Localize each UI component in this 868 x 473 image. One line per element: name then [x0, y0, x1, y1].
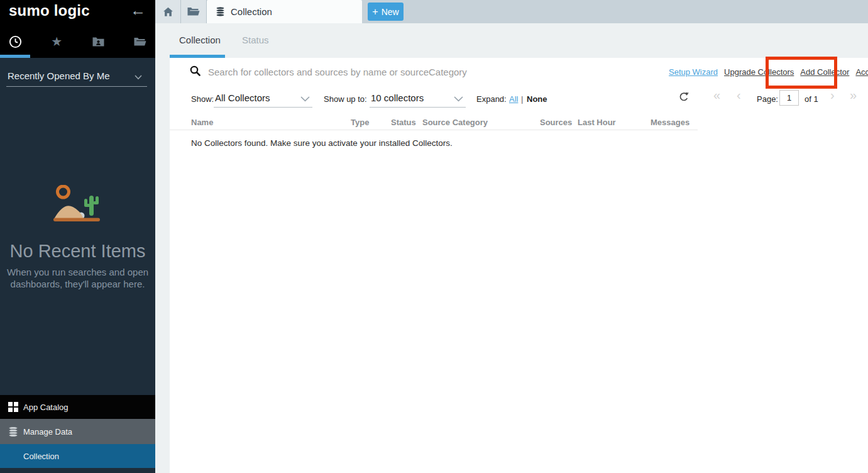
sidebar-item-label: Manage Data	[23, 427, 72, 437]
tab-label: Collection	[231, 6, 272, 17]
main-area: Collection + New Collection Status Setup…	[155, 0, 868, 473]
last-page-icon[interactable]: »	[850, 89, 857, 101]
sumo-logic-logo: sumo logic	[9, 2, 90, 19]
page-label: Page:	[757, 94, 778, 104]
tab-strip: Collection + New	[155, 0, 868, 23]
library-tab[interactable]	[132, 33, 148, 50]
show-up-to-underline	[370, 107, 466, 108]
no-recent-items-subtext: When you run searches and open dashboard…	[0, 266, 155, 290]
page-number-input[interactable]	[779, 90, 799, 106]
column-header-source-category[interactable]: Source Category	[422, 118, 488, 127]
shared-folders-tab[interactable]	[91, 33, 107, 50]
setup-wizard-link[interactable]: Setup Wizard	[669, 67, 718, 77]
library-button[interactable]	[181, 0, 207, 23]
new-button-label: New	[382, 7, 399, 17]
sidebar-item-label: App Catalog	[23, 403, 69, 412]
column-header-type[interactable]: Type	[351, 118, 369, 127]
subtab-collection[interactable]: Collection	[179, 35, 221, 45]
search-input[interactable]	[208, 65, 623, 79]
collapse-sidebar-icon[interactable]: ←	[130, 1, 146, 19]
recent-filter-label: Recently Opened By Me	[8, 70, 110, 81]
new-button[interactable]: + New	[368, 3, 404, 21]
show-up-to-dropdown[interactable]: 10 collectors	[371, 92, 424, 103]
show-label: Show:	[191, 94, 214, 104]
chevron-down-icon[interactable]	[300, 96, 310, 102]
database-icon	[216, 6, 225, 17]
sidebar-item-collection[interactable]: Collection	[0, 444, 155, 468]
sidebar-nav: ★	[0, 32, 155, 51]
subtext-line2: dashboards, they'll appear here.	[0, 278, 155, 290]
column-header-sources[interactable]: Sources	[540, 118, 572, 127]
page-total: of 1	[805, 94, 818, 104]
home-button[interactable]	[155, 0, 181, 23]
chevron-down-icon	[135, 75, 142, 80]
active-nav-underline	[0, 55, 30, 58]
sidebar-header: sumo logic ← ★	[0, 0, 155, 58]
clock-icon	[9, 35, 22, 48]
prev-page-icon[interactable]: ‹	[737, 89, 741, 101]
upgrade-collectors-link[interactable]: Upgrade Collectors	[724, 67, 794, 77]
home-icon	[163, 7, 173, 17]
next-page-icon[interactable]: ›	[830, 89, 835, 101]
tab-collection[interactable]: Collection	[207, 0, 362, 23]
show-up-to-label: Show up to:	[324, 94, 367, 104]
empty-table-message: No Collectors found. Make sure you activ…	[191, 138, 453, 148]
chevron-down-icon[interactable]	[454, 96, 463, 102]
show-dropdown-underline	[214, 107, 312, 108]
first-page-icon[interactable]: «	[713, 89, 720, 101]
column-header-messages[interactable]: Messages	[651, 118, 689, 127]
star-icon: ★	[51, 35, 62, 48]
database-icon	[8, 426, 23, 437]
sidebar-item-app-catalog[interactable]: App Catalog	[0, 395, 155, 419]
favorites-tab[interactable]: ★	[48, 33, 65, 50]
subtext-line1: When you run searches and open	[0, 266, 155, 278]
expand-none-link[interactable]: None	[527, 94, 547, 104]
expand-all-link[interactable]: All	[509, 94, 518, 104]
sidebar-menu: App Catalog Manage Data Collection	[0, 395, 155, 468]
subtab-bar: Collection Status	[155, 23, 868, 58]
expand-label: Expand:	[476, 94, 507, 104]
left-gutter	[155, 58, 170, 473]
shared-folder-icon	[92, 36, 104, 47]
recents-tab[interactable]	[7, 33, 23, 50]
no-recent-items-title: No Recent Items	[0, 241, 155, 262]
add-collector-link[interactable]: Add Collector	[800, 67, 849, 77]
column-header-name[interactable]: Name	[191, 118, 213, 127]
open-folder-icon	[134, 37, 146, 47]
refresh-icon[interactable]	[679, 92, 689, 102]
header-links: Setup Wizard Upgrade Collectors Add Coll…	[669, 67, 868, 77]
recent-filter-dropdown[interactable]: Recently Opened By Me	[6, 69, 147, 87]
column-header-last-hour[interactable]: Last Hour	[578, 118, 616, 127]
open-folder-icon	[187, 7, 200, 16]
subtab-status[interactable]: Status	[242, 35, 269, 45]
expand-separator: |	[521, 94, 523, 104]
sidebar: sumo logic ← ★	[0, 0, 155, 473]
desert-illustration	[53, 185, 100, 223]
sidebar-item-label: Collection	[23, 452, 59, 461]
grid-icon	[8, 402, 23, 412]
access-keys-link[interactable]: Access Keys	[855, 67, 868, 77]
show-dropdown[interactable]: All Collectors	[215, 92, 270, 103]
search-icon	[190, 65, 201, 76]
plus-icon: +	[372, 7, 378, 17]
column-header-status[interactable]: Status	[391, 118, 416, 127]
sidebar-item-manage-data[interactable]: Manage Data	[0, 419, 155, 444]
table-header-divider	[170, 130, 698, 130]
collection-panel: Setup Wizard Upgrade Collectors Add Coll…	[155, 58, 868, 473]
